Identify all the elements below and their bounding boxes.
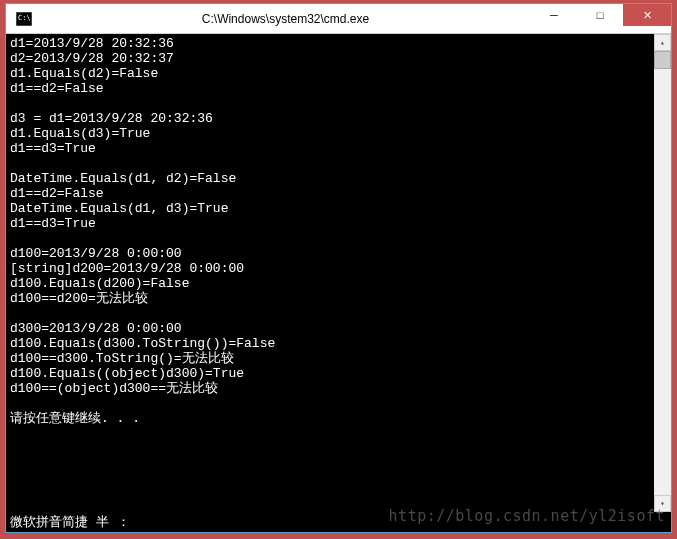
- window-title: C:\Windows\system32\cmd.exe: [40, 12, 531, 26]
- minimize-button[interactable]: ─: [531, 4, 577, 26]
- svg-text:C:\: C:\: [18, 14, 31, 22]
- console-area: d1=2013/9/28 20:32:36 d2=2013/9/28 20:32…: [6, 34, 671, 512]
- maximize-button[interactable]: □: [577, 4, 623, 26]
- cmd-icon: C:\: [14, 11, 34, 27]
- scrollbar-track[interactable]: [654, 51, 671, 495]
- scroll-down-button[interactable]: ▾: [654, 495, 671, 512]
- window-controls: ─ □ ✕: [531, 4, 671, 33]
- console-output[interactable]: d1=2013/9/28 20:32:36 d2=2013/9/28 20:32…: [6, 34, 654, 512]
- scroll-up-button[interactable]: ▴: [654, 34, 671, 51]
- titlebar[interactable]: C:\ C:\Windows\system32\cmd.exe ─ □ ✕: [6, 4, 671, 34]
- scrollbar-thumb[interactable]: [654, 51, 671, 69]
- close-button[interactable]: ✕: [623, 4, 671, 26]
- cmd-window: C:\ C:\Windows\system32\cmd.exe ─ □ ✕ d1…: [5, 3, 672, 533]
- vertical-scrollbar[interactable]: ▴ ▾: [654, 34, 671, 512]
- ime-text: 微软拼音简捷 半 ：: [10, 513, 130, 531]
- ime-status-bar: 微软拼音简捷 半 ：: [6, 512, 671, 532]
